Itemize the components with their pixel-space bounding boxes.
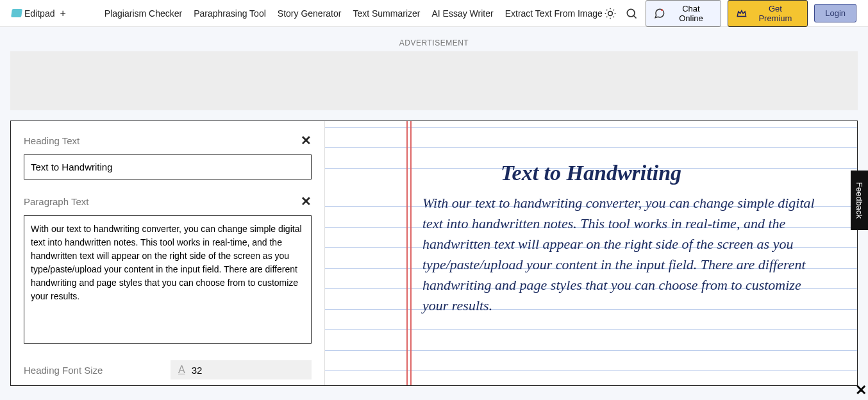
chat-label: Chat Online [669, 4, 713, 23]
paragraph-field-row: Paragraph Text ✕ [24, 194, 312, 209]
heading-label: Heading Text [24, 135, 79, 146]
font-size-value: 32 [192, 365, 203, 376]
chat-icon [654, 8, 665, 19]
handwriting-heading: Text to Handwriting [325, 161, 857, 185]
logo[interactable]: Editpad + [12, 8, 66, 19]
logo-text: Editpad [24, 8, 54, 19]
clear-paragraph-icon[interactable]: ✕ [301, 194, 312, 209]
login-button[interactable]: Login [814, 4, 856, 22]
ad-label: ADVERTISEMENT [10, 38, 858, 47]
font-size-control[interactable]: A 32 [171, 360, 312, 379]
nav-paraphrasing[interactable]: Paraphrasing Tool [194, 8, 266, 19]
nav-story[interactable]: Story Generator [278, 8, 342, 19]
paragraph-label: Paragraph Text [24, 196, 88, 207]
heading-input[interactable] [24, 154, 312, 179]
crown-icon [736, 8, 747, 19]
paragraph-input[interactable] [24, 215, 312, 344]
get-premium-button[interactable]: Get Premium [728, 0, 808, 27]
svg-line-4 [613, 16, 613, 17]
chat-online-button[interactable]: Chat Online [646, 0, 721, 27]
nav-extract[interactable]: Extract Text From Image [505, 8, 603, 19]
svg-line-7 [606, 16, 607, 17]
svg-point-11 [661, 9, 663, 11]
main-panel: Heading Text ✕ Paragraph Text ✕ Heading … [10, 121, 858, 386]
search-icon[interactable] [624, 6, 640, 21]
svg-line-8 [613, 10, 613, 10]
preview-panel: Text to Handwriting With our text to han… [325, 121, 857, 385]
new-tab-plus-icon[interactable]: + [60, 8, 65, 19]
font-size-label: Heading Font Size [24, 365, 103, 376]
font-size-row: Heading Font Size A 32 [24, 360, 312, 379]
svg-point-0 [608, 11, 612, 15]
svg-point-9 [628, 9, 635, 17]
premium-label: Get Premium [751, 4, 800, 23]
logo-icon [11, 9, 22, 17]
editor-panel: Heading Text ✕ Paragraph Text ✕ Heading … [11, 121, 325, 385]
nav-essay[interactable]: AI Essay Writer [431, 8, 493, 19]
feedback-tab[interactable]: Feedback [851, 171, 868, 230]
heading-field-row: Heading Text ✕ [24, 133, 312, 148]
font-size-icon: A [178, 364, 185, 376]
ad-placeholder [10, 51, 858, 110]
clear-heading-icon[interactable]: ✕ [301, 133, 312, 148]
nav-summarizer[interactable]: Text Summarizer [353, 8, 420, 19]
header: Editpad + Plagiarism Checker Paraphrasin… [0, 0, 868, 27]
handwriting-body: With our text to handwriting converter, … [422, 193, 819, 316]
svg-line-10 [634, 15, 637, 18]
close-icon[interactable]: ✕ [855, 382, 867, 399]
theme-icon[interactable] [603, 6, 618, 21]
svg-line-3 [606, 10, 607, 10]
header-right: Chat Online Get Premium Login [603, 0, 856, 27]
notebook-paper: Text to Handwriting With our text to han… [325, 121, 857, 385]
nav: Plagiarism Checker Paraphrasing Tool Sto… [104, 8, 603, 19]
ad-section: ADVERTISEMENT [0, 27, 868, 110]
nav-plagiarism[interactable]: Plagiarism Checker [104, 8, 182, 19]
